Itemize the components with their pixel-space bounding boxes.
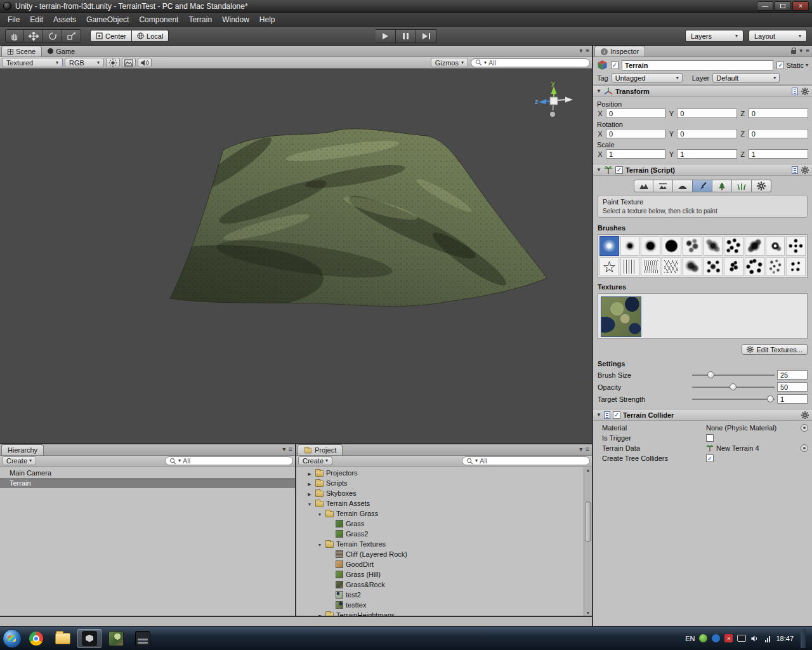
rotation-x-field[interactable]: 0 <box>606 129 665 138</box>
position-z-field[interactable]: 0 <box>749 109 808 118</box>
hand-tool-button[interactable] <box>5 29 24 43</box>
project-item[interactable]: Projectors <box>296 468 583 478</box>
project-item[interactable]: TerrainHeightmaps <box>296 610 583 616</box>
tag-dropdown[interactable]: Untagged▾ <box>612 73 683 83</box>
hierarchy-item-terrain[interactable]: Terrain <box>0 478 295 488</box>
taskbar-chrome-button[interactable] <box>24 629 48 648</box>
tab-game[interactable]: Game <box>42 46 81 56</box>
tab-inspector[interactable]: Inspector <box>594 46 645 56</box>
project-item[interactable]: Cliff (Layered Rock) <box>296 549 583 559</box>
terrain-script-header[interactable]: ▼ Terrain (Script) <box>593 164 812 176</box>
panel-dropdown-icon[interactable]: ▾ <box>282 446 285 453</box>
project-item[interactable]: Grass <box>296 519 583 529</box>
expanded-arrow-icon[interactable] <box>317 540 323 548</box>
create-tree-colliders-checkbox[interactable] <box>706 454 714 462</box>
panel-dropdown-icon[interactable]: ▾ <box>579 446 582 453</box>
tray-network-icon[interactable] <box>763 634 771 642</box>
minimize-button[interactable]: — <box>757 1 773 11</box>
is-trigger-checkbox[interactable] <box>706 434 714 442</box>
tray-security-alert-icon[interactable]: × <box>724 634 733 642</box>
menu-window[interactable]: Window <box>217 13 254 26</box>
menu-assets[interactable]: Assets <box>48 13 81 26</box>
raise-lower-terrain-tool[interactable] <box>634 180 653 192</box>
render-mode-dropdown[interactable]: RGB▾ <box>65 58 104 67</box>
gameobject-name-field[interactable]: Terrain <box>622 60 773 70</box>
brush-item[interactable] <box>662 257 681 277</box>
gear-icon[interactable] <box>801 166 809 174</box>
object-picker-icon[interactable] <box>801 424 808 432</box>
scene-search-input[interactable]: ▾ All <box>471 58 590 67</box>
brush-item[interactable] <box>641 236 660 256</box>
scale-y-field[interactable]: 1 <box>677 149 737 159</box>
panel-menu-icon[interactable]: ≡ <box>586 47 589 54</box>
taskbar-unity-button[interactable] <box>77 629 102 648</box>
menu-gameobject[interactable]: GameObject <box>81 13 134 26</box>
clock[interactable]: 18:47 <box>776 635 794 642</box>
brush-item[interactable] <box>641 257 660 277</box>
scale-tool-button[interactable] <box>62 29 81 43</box>
help-doc-icon[interactable] <box>792 166 798 174</box>
project-item[interactable]: Grass&Rock <box>296 580 583 590</box>
scale-x-field[interactable]: 1 <box>606 149 665 159</box>
position-y-field[interactable]: 0 <box>677 109 737 118</box>
opacity-value[interactable]: 50 <box>777 382 808 392</box>
paint-details-tool[interactable] <box>732 180 752 192</box>
foldout-arrow-icon[interactable]: ▼ <box>596 88 601 94</box>
active-checkbox[interactable] <box>611 62 619 69</box>
brush-item[interactable] <box>766 257 785 277</box>
panel-dropdown-icon[interactable]: ▾ <box>579 47 582 54</box>
panel-menu-icon[interactable]: ≡ <box>289 446 292 453</box>
terrain-settings-tool[interactable] <box>752 180 771 192</box>
collapsed-arrow-icon[interactable] <box>306 479 313 487</box>
gear-icon[interactable] <box>801 411 809 419</box>
project-item[interactable]: testtex <box>296 600 583 610</box>
brush-item[interactable] <box>704 257 723 277</box>
tab-hierarchy[interactable]: Hierarchy <box>1 444 44 455</box>
project-item[interactable]: Grass2 <box>296 529 583 539</box>
panel-dropdown-icon[interactable]: ▾ <box>799 47 802 54</box>
position-x-field[interactable]: 0 <box>606 109 665 118</box>
paint-height-tool[interactable] <box>653 180 673 192</box>
collapsed-arrow-icon[interactable] <box>306 469 313 477</box>
component-enabled-checkbox[interactable] <box>613 411 620 419</box>
brush-size-value[interactable]: 25 <box>777 370 808 380</box>
brush-size-slider[interactable] <box>692 371 775 379</box>
tray-update-icon[interactable] <box>699 634 707 642</box>
language-indicator[interactable]: EN <box>685 635 695 642</box>
lock-icon[interactable] <box>791 50 796 54</box>
rotation-z-field[interactable]: 0 <box>749 129 808 138</box>
pivot-center-button[interactable]: Center <box>90 30 132 42</box>
scene-skybox-toggle[interactable] <box>122 58 136 67</box>
brush-star-item[interactable]: ☆ <box>599 257 619 277</box>
close-button[interactable]: × <box>792 1 809 11</box>
project-item[interactable]: Skyboxes <box>296 488 583 498</box>
rotate-tool-button[interactable] <box>43 29 62 43</box>
menu-edit[interactable]: Edit <box>25 13 48 26</box>
terrain-texture-thumbnail[interactable] <box>601 296 641 337</box>
scene-lighting-toggle[interactable] <box>106 58 120 67</box>
tray-help-icon[interactable] <box>712 634 720 642</box>
project-item[interactable]: GoodDirt <box>296 559 583 569</box>
scrollbar-thumb[interactable] <box>585 501 591 542</box>
brush-item[interactable] <box>745 236 764 256</box>
project-item[interactable]: Terrain Grass <box>296 508 583 519</box>
help-doc-icon[interactable] <box>792 88 798 95</box>
scroll-up-icon[interactable]: ▲ <box>584 468 592 472</box>
pause-button[interactable] <box>396 29 416 43</box>
brush-item[interactable] <box>724 236 743 256</box>
gizmos-dropdown[interactable]: Gizmos▾ <box>431 58 468 67</box>
move-tool-button[interactable] <box>24 29 43 43</box>
transform-header[interactable]: ▼ Transform <box>593 86 812 97</box>
tab-project[interactable]: Project <box>298 444 343 455</box>
brush-item[interactable] <box>724 257 743 277</box>
menu-help[interactable]: Help <box>254 13 280 26</box>
terrain-collider-header[interactable]: ▼ Terrain Collider <box>593 409 812 421</box>
project-scrollbar[interactable]: ▲ ▼ <box>584 467 592 616</box>
layer-dropdown[interactable]: Default▾ <box>712 73 780 83</box>
hierarchy-create-button[interactable]: Create▾ <box>2 456 36 465</box>
object-picker-icon[interactable] <box>801 444 808 452</box>
scene-viewport[interactable]: y z <box>0 69 592 443</box>
project-item[interactable]: Terrain Assets <box>296 498 583 508</box>
rotation-y-field[interactable]: 0 <box>677 129 737 138</box>
tray-display-icon[interactable] <box>737 635 746 642</box>
